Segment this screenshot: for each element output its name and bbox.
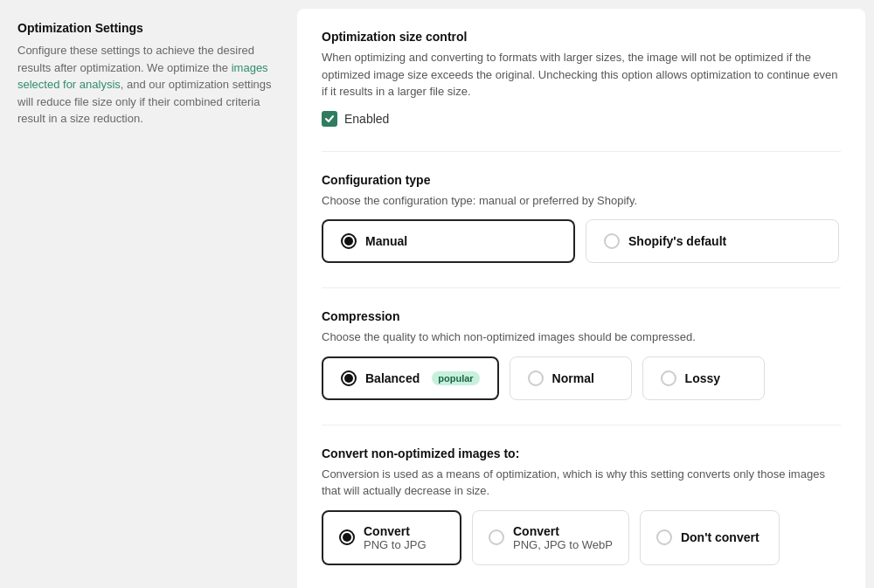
config-type-section: Configuration type Choose the configurat… (322, 173, 841, 264)
convert-text-png-jpg: Convert PNG to JPG (364, 524, 427, 551)
config-type-option-shopify[interactable]: Shopify's default (586, 219, 839, 263)
main-panel: Optimization size control When optimizin… (297, 9, 865, 588)
divider-2 (322, 287, 841, 288)
radio-circle-manual (341, 233, 357, 249)
size-control-section: Optimization size control When optimizin… (322, 30, 841, 127)
convert-option-webp[interactable]: Convert PNG, JPG to WebP (472, 510, 629, 565)
compression-option-normal[interactable]: Normal (510, 356, 632, 400)
radio-circle-shopify (604, 233, 620, 249)
convert-title: Convert non-optimized images to: (322, 446, 841, 460)
popular-badge: popular (432, 371, 479, 385)
radio-circle-png-jpg (339, 529, 355, 545)
convert-section: Convert non-optimized images to: Convers… (322, 446, 841, 565)
compression-option-balanced[interactable]: Balanced popular (322, 356, 499, 400)
convert-main-webp: Convert (513, 524, 613, 538)
config-type-radio-group: Manual Shopify's default (322, 219, 841, 263)
config-type-option-manual[interactable]: Manual (322, 219, 575, 263)
size-control-description: When optimizing and converting to format… (322, 49, 841, 100)
convert-main-dont-convert: Don't convert (681, 530, 760, 544)
enabled-checkbox-row[interactable]: Enabled (322, 111, 841, 127)
sidebar: Optimization Settings Configure these se… (0, 0, 297, 588)
config-type-title: Configuration type (322, 173, 841, 187)
convert-option-dont-convert[interactable]: Don't convert (640, 510, 780, 565)
config-type-label-manual: Manual (365, 234, 407, 248)
size-control-title: Optimization size control (322, 30, 841, 44)
radio-circle-normal (528, 370, 544, 386)
compression-label-normal: Normal (552, 371, 594, 385)
sidebar-title: Optimization Settings (17, 21, 280, 35)
convert-description: Conversion is used as a means of optimiz… (322, 466, 841, 500)
radio-circle-lossy (661, 370, 676, 386)
compression-title: Compression (322, 309, 841, 323)
divider-3 (322, 425, 841, 425)
radio-circle-webp (489, 529, 504, 545)
convert-main-png-jpg: Convert (364, 524, 427, 538)
radio-circle-dont-convert (656, 529, 672, 545)
compression-section: Compression Choose the quality to which … (322, 309, 841, 400)
convert-sub-png-jpg: PNG to JPG (364, 538, 427, 551)
divider-1 (322, 151, 841, 152)
radio-circle-balanced (341, 370, 357, 386)
compression-label-lossy: Lossy (685, 371, 720, 385)
convert-option-png-jpg[interactable]: Convert PNG to JPG (322, 510, 461, 565)
enabled-checkbox-label: Enabled (344, 112, 389, 126)
compression-description: Choose the quality to which non-optimize… (322, 329, 841, 346)
enabled-checkbox[interactable] (322, 111, 337, 127)
config-type-label-shopify: Shopify's default (628, 234, 726, 248)
compression-option-lossy[interactable]: Lossy (642, 356, 765, 400)
sidebar-description: Configure these settings to achieve the … (17, 42, 280, 128)
convert-text-dont-convert: Don't convert (681, 530, 760, 544)
convert-text-webp: Convert PNG, JPG to WebP (513, 524, 613, 551)
convert-radio-group: Convert PNG to JPG Convert PNG, JPG to W… (322, 510, 841, 565)
compression-radio-group: Balanced popular Normal Lossy (322, 356, 841, 400)
compression-label-balanced: Balanced (365, 371, 420, 385)
convert-sub-webp: PNG, JPG to WebP (513, 538, 613, 551)
config-type-description: Choose the configuration type: manual or… (322, 192, 841, 210)
